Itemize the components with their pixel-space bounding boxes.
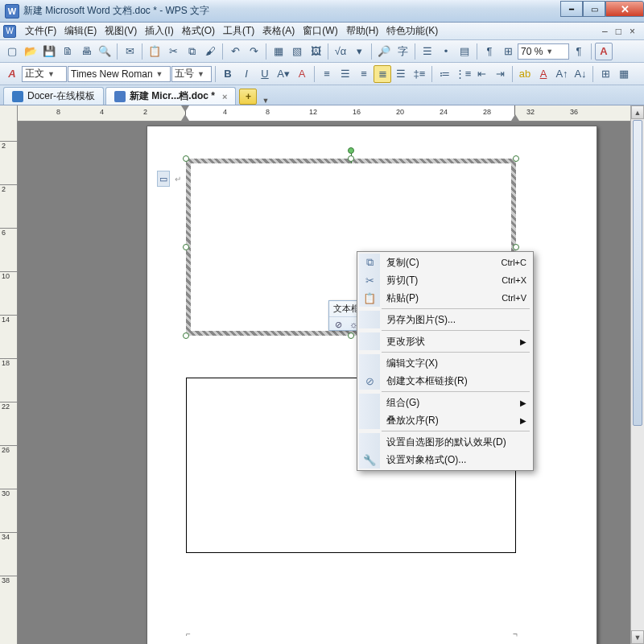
ctx-cut[interactable]: ✂ 剪切(T) Ctrl+X bbox=[359, 271, 531, 289]
align-left-icon[interactable]: ≡ bbox=[318, 65, 336, 83]
left-indent-marker[interactable] bbox=[181, 114, 189, 121]
rotate-handle-icon[interactable] bbox=[348, 147, 354, 154]
tab-docer[interactable]: Docer-在线模板 bbox=[3, 87, 104, 105]
resize-handle-sw[interactable] bbox=[183, 332, 189, 339]
shading-icon[interactable]: ▦ bbox=[615, 65, 633, 83]
preview-icon[interactable]: 🔍 bbox=[96, 43, 114, 60]
tab-close-icon[interactable]: × bbox=[222, 92, 227, 101]
ctx-edit-text[interactable]: 编辑文字(X) bbox=[359, 354, 531, 372]
indent-inc-icon[interactable]: ⇥ bbox=[491, 65, 509, 83]
underline-button[interactable]: U bbox=[256, 65, 274, 83]
bold-button[interactable]: B bbox=[219, 65, 237, 83]
align-justify-icon[interactable]: ≣ bbox=[374, 65, 391, 83]
ctx-save-as-picture[interactable]: 另存为图片(S)... bbox=[359, 311, 531, 328]
undo-icon[interactable]: ↶ bbox=[226, 43, 244, 60]
app-mini-icon[interactable]: W bbox=[3, 25, 16, 38]
resize-handle-nw[interactable] bbox=[183, 155, 189, 162]
font-effect-button[interactable]: A▾ bbox=[275, 65, 292, 83]
font-combo[interactable]: Times New Roman ▼ bbox=[68, 66, 171, 82]
zoom-combo[interactable]: 70 % ▼ bbox=[518, 43, 569, 60]
italic-button[interactable]: I bbox=[237, 65, 255, 83]
list-num-icon[interactable]: ≔ bbox=[436, 65, 453, 83]
resize-handle-w[interactable] bbox=[183, 244, 189, 250]
scroll-thumb[interactable] bbox=[633, 120, 642, 426]
first-line-indent-marker[interactable] bbox=[181, 105, 189, 112]
menu-help[interactable]: 帮助(H) bbox=[342, 24, 383, 38]
right-indent-marker[interactable] bbox=[511, 114, 519, 121]
tab-list-icon[interactable]: ▼ bbox=[258, 97, 272, 105]
vertical-scrollbar[interactable]: ▲ ▼ bbox=[630, 105, 644, 644]
menu-table[interactable]: 表格(A) bbox=[258, 24, 299, 38]
equation-button[interactable]: √α bbox=[332, 43, 349, 60]
list-bullet-icon[interactable]: ⋮≡ bbox=[454, 65, 472, 83]
align-center-icon[interactable]: ☰ bbox=[336, 65, 354, 83]
ruler-icon[interactable]: ⊞ bbox=[499, 43, 517, 60]
resize-handle-s[interactable] bbox=[348, 332, 354, 339]
menu-window[interactable]: 窗口(W) bbox=[299, 24, 341, 38]
resize-handle-ne[interactable] bbox=[513, 155, 519, 162]
grow-font-icon[interactable]: A↑ bbox=[553, 65, 571, 83]
find-icon[interactable]: 🔎 bbox=[375, 43, 393, 60]
symbol-icon[interactable]: ▾ bbox=[350, 43, 368, 60]
a-icon[interactable]: A bbox=[595, 43, 613, 60]
page-holder[interactable]: ▭ ↵ 文本框 ⊘ bbox=[18, 122, 644, 644]
minimize-button[interactable]: ━ bbox=[560, 1, 583, 17]
scroll-down-icon[interactable]: ▼ bbox=[631, 630, 644, 644]
ctx-format-object[interactable]: 🔧 设置对象格式(O)... bbox=[359, 451, 531, 469]
size-combo[interactable]: 五号 ▼ bbox=[171, 66, 212, 82]
format-painter-icon[interactable]: 🖌 bbox=[201, 43, 219, 60]
mdi-restore-button[interactable]: □ bbox=[612, 26, 625, 37]
save-icon[interactable]: 💾 bbox=[40, 43, 58, 60]
ab-button[interactable]: A bbox=[293, 65, 311, 83]
redo-icon[interactable]: ↷ bbox=[245, 43, 262, 60]
align-dist-icon[interactable]: ☰ bbox=[392, 65, 410, 83]
ctx-set-default[interactable]: 设置自选图形的默认效果(D) bbox=[359, 433, 531, 451]
link-icon[interactable]: ⊘ bbox=[331, 318, 345, 331]
aa-icon[interactable]: A bbox=[3, 65, 21, 83]
resize-handle-e[interactable] bbox=[513, 244, 519, 250]
menu-view[interactable]: 视图(V) bbox=[101, 24, 141, 38]
mdi-close-button[interactable]: × bbox=[625, 26, 639, 37]
linespacing-icon[interactable]: ‡≡ bbox=[411, 65, 428, 83]
cut-icon[interactable]: ✂ bbox=[164, 43, 182, 60]
char-icon[interactable]: 字 bbox=[394, 43, 411, 60]
resize-handle-n[interactable] bbox=[348, 155, 354, 162]
print-icon[interactable]: 🖶 bbox=[77, 43, 95, 60]
open-icon[interactable]: 📂 bbox=[22, 43, 39, 60]
shrink-font-icon[interactable]: A↓ bbox=[572, 65, 589, 83]
mdi-minimize-button[interactable]: – bbox=[598, 26, 612, 37]
fontcolor-icon[interactable]: A bbox=[535, 65, 552, 83]
showmarks-icon[interactable]: ¶ bbox=[481, 43, 498, 60]
menu-insert[interactable]: 插入(I) bbox=[141, 24, 177, 38]
style-combo[interactable]: 正文 ▼ bbox=[22, 66, 67, 82]
ctx-create-link[interactable]: ⊘ 创建文本框链接(R) bbox=[359, 372, 531, 390]
paragraph-icon[interactable]: ¶ bbox=[570, 43, 588, 60]
menu-special[interactable]: 特色功能(K) bbox=[382, 24, 442, 38]
new-icon[interactable]: ▢ bbox=[3, 43, 21, 60]
toc-icon[interactable]: ▤ bbox=[456, 43, 473, 60]
table-icon[interactable]: ▦ bbox=[270, 43, 287, 60]
vertical-ruler[interactable]: 2 2 6 10 14 18 22 26 30 34 38 bbox=[0, 105, 18, 644]
close-button[interactable]: ✕ bbox=[605, 1, 644, 17]
indent-dec-icon[interactable]: ⇤ bbox=[473, 65, 490, 83]
highlight-icon[interactable]: ab bbox=[516, 65, 534, 83]
border-icon[interactable]: ⊞ bbox=[597, 65, 614, 83]
ctx-copy[interactable]: ⧉ 复制(C) Ctrl+C bbox=[359, 254, 531, 271]
menu-edit[interactable]: 编辑(E) bbox=[60, 24, 101, 38]
tab-add-button[interactable]: + bbox=[239, 89, 257, 105]
ctx-order[interactable]: 叠放次序(R) ▶ bbox=[359, 411, 531, 429]
maximize-button[interactable]: ▭ bbox=[583, 1, 605, 17]
ctx-paste[interactable]: 📋 粘贴(P) Ctrl+V bbox=[359, 289, 531, 307]
saveall-icon[interactable]: 🗎 bbox=[59, 43, 76, 60]
tab-document[interactable]: 新建 Micr...档.doc * × bbox=[105, 87, 236, 105]
ctx-change-shape[interactable]: 更改形状 ▶ bbox=[359, 332, 531, 350]
mail-icon[interactable]: ✉ bbox=[121, 43, 138, 60]
scroll-up-icon[interactable]: ▲ bbox=[631, 105, 644, 119]
menu-file[interactable]: 文件(F) bbox=[21, 24, 60, 38]
horizontal-ruler[interactable]: 8 4 2 4 8 12 16 20 24 28 32 36 bbox=[18, 105, 644, 122]
menu-format[interactable]: 格式(O) bbox=[178, 24, 219, 38]
image-icon[interactable]: 🖼 bbox=[307, 43, 324, 60]
columns-icon[interactable]: ☰ bbox=[419, 43, 436, 60]
menu-tools[interactable]: 工具(T) bbox=[219, 24, 258, 38]
ctx-group[interactable]: 组合(G) ▶ bbox=[359, 394, 531, 411]
